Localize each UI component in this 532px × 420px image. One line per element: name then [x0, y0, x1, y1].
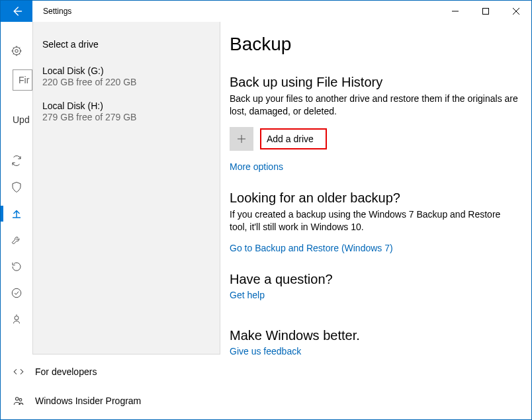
left-nav	[1, 22, 32, 419]
svg-point-9	[19, 399, 22, 401]
drive-name: Local Disk (G:)	[42, 65, 210, 76]
plus-icon	[236, 133, 247, 145]
drive-free-space: 279 GB free of 279 GB	[42, 112, 210, 122]
activation-icon[interactable]	[1, 280, 32, 306]
drive-option[interactable]: Local Disk (G:) 220 GB free of 220 GB	[33, 63, 220, 98]
add-drive-row: Add a drive	[230, 127, 518, 151]
svg-point-5	[15, 50, 19, 53]
section-body: Back up your files to another drive and …	[230, 93, 518, 118]
back-button[interactable]	[1, 1, 32, 22]
drive-option[interactable]: Local Disk (H:) 279 GB free of 279 GB	[33, 98, 220, 133]
developers-icon	[13, 366, 24, 378]
drive-name: Local Disk (H:)	[42, 101, 210, 111]
flyout-title: Select a drive	[33, 39, 220, 63]
add-drive-button[interactable]	[230, 127, 253, 151]
maximize-button[interactable]	[470, 1, 501, 22]
find-device-icon[interactable]	[1, 306, 32, 333]
minimize-button[interactable]	[440, 1, 470, 22]
troubleshoot-icon[interactable]	[1, 227, 32, 253]
section-file-history: Back up using File History Back up your …	[230, 75, 518, 172]
sidebar-item-insider[interactable]: Windows Insider Program	[13, 395, 141, 407]
main-content: Backup Back up using File History Back u…	[230, 34, 518, 419]
svg-point-8	[16, 398, 19, 401]
get-help-link[interactable]: Get help	[230, 290, 518, 300]
add-drive-label[interactable]: Add a drive	[260, 128, 327, 149]
sync-icon[interactable]	[1, 147, 32, 174]
more-options-link[interactable]: More options	[230, 161, 518, 172]
insider-icon	[13, 395, 24, 407]
section-title: Back up using File History	[230, 75, 518, 90]
close-button[interactable]	[501, 1, 531, 22]
section-older-backup: Looking for an older backup? If you crea…	[230, 190, 518, 253]
section-question: Have a question? Get help	[230, 272, 518, 300]
section-better: Make Windows better. Give us feedback	[230, 328, 518, 357]
arrow-left-icon	[11, 5, 22, 17]
section-title: Looking for an older backup?	[230, 190, 518, 206]
feedback-link[interactable]: Give us feedback	[230, 346, 518, 357]
sidebar-item-developers[interactable]: For developers	[13, 366, 97, 378]
window-controls	[440, 1, 531, 22]
select-drive-flyout: Select a drive Local Disk (G:) 220 GB fr…	[32, 22, 220, 355]
svg-rect-1	[483, 9, 489, 15]
page-title: Backup	[230, 34, 518, 55]
section-title: Make Windows better.	[230, 328, 518, 343]
drive-free-space: 220 GB free of 220 GB	[42, 77, 210, 87]
svg-point-6	[12, 288, 21, 298]
svg-point-7	[15, 316, 19, 320]
window-title: Settings	[32, 1, 71, 22]
section-title: Have a question?	[230, 272, 518, 287]
title-bar: Settings	[1, 1, 531, 22]
home-icon[interactable]	[1, 38, 32, 64]
backup-icon[interactable]	[1, 200, 32, 227]
security-icon[interactable]	[1, 174, 32, 200]
backup-restore-link[interactable]: Go to Backup and Restore (Windows 7)	[230, 243, 518, 253]
recovery-icon[interactable]	[1, 253, 32, 280]
section-body: If you created a backup using the Window…	[230, 208, 518, 233]
